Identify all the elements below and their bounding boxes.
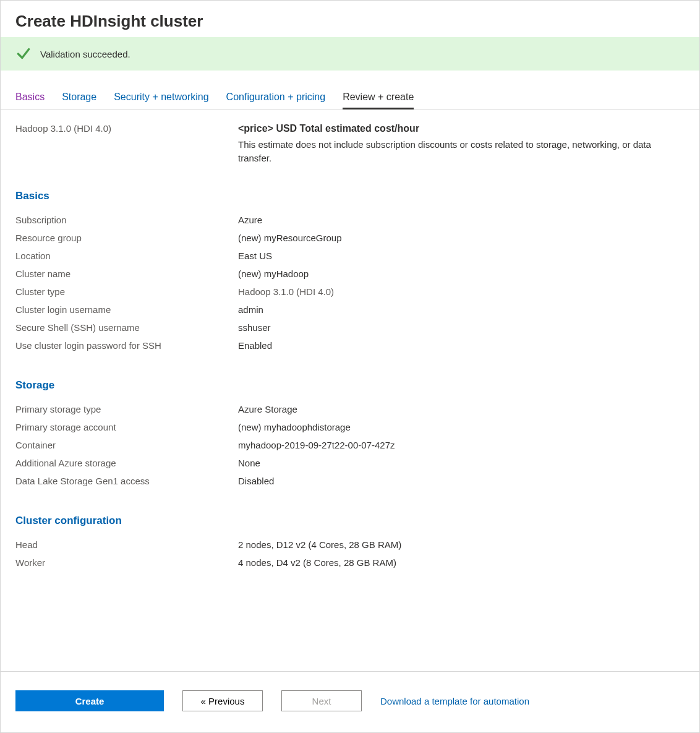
tab-security-networking[interactable]: Security + networking [114,92,208,109]
summary-version: Hadoop 3.1.0 (HDI 4.0) [15,123,238,165]
value-datalake-gen1: Disabled [238,476,274,486]
section-storage: Storage Primary storage typeAzure Storag… [1,379,699,490]
tab-bar: Basics Storage Security + networking Con… [1,92,699,109]
label-primary-storage-type: Primary storage type [15,404,238,414]
row-ssh-username: Secure Shell (SSH) usernamesshuser [15,319,685,336]
label-primary-storage-account: Primary storage account [15,422,238,432]
value-container: myhadoop-2019-09-27t22-00-07-427z [238,440,395,450]
section-title-basics: Basics [15,190,685,202]
value-ssh-login-password: Enabled [238,340,272,351]
row-datalake-gen1: Data Lake Storage Gen1 accessDisabled [15,472,685,490]
value-ssh-username: sshuser [238,322,271,333]
value-primary-storage-account: (new) myhadoophdistorage [238,422,351,432]
label-datalake-gen1: Data Lake Storage Gen1 access [15,476,238,486]
row-container: Containermyhadoop-2019-09-27t22-00-07-42… [15,436,685,454]
price-description: This estimate does not include subscript… [238,138,685,165]
label-resource-group: Resource group [15,233,238,243]
section-cluster-config: Cluster configuration Head2 nodes, D12 v… [1,515,699,572]
value-additional-storage: None [238,458,260,468]
summary-row: Hadoop 3.1.0 (HDI 4.0) <price> USD Total… [1,109,699,165]
value-primary-storage-type: Azure Storage [238,404,297,414]
row-resource-group: Resource group(new) myResourceGroup [15,229,685,247]
download-template-link[interactable]: Download a template for automation [380,696,529,706]
row-login-username: Cluster login usernameadmin [15,301,685,319]
tab-storage[interactable]: Storage [62,92,96,109]
footer-bar: Create « Previous Next Download a templa… [1,671,699,732]
tab-basics[interactable]: Basics [15,92,45,109]
tab-review-create[interactable]: Review + create [343,92,414,109]
label-container: Container [15,440,238,450]
value-worker: 4 nodes, D4 v2 (8 Cores, 28 GB RAM) [238,557,396,568]
label-location: Location [15,251,238,261]
row-additional-storage: Additional Azure storageNone [15,454,685,472]
tab-configuration-pricing[interactable]: Configuration + pricing [226,92,326,109]
label-ssh-username: Secure Shell (SSH) username [15,322,238,333]
row-primary-storage-account: Primary storage account(new) myhadoophdi… [15,418,685,436]
value-cluster-type: Hadoop 3.1.0 (HDI 4.0) [238,286,334,297]
create-button[interactable]: Create [15,690,164,711]
section-basics: Basics SubscriptionAzure Resource group(… [1,190,699,354]
row-location: LocationEast US [15,247,685,265]
value-location: East US [238,251,272,261]
validation-message: Validation succeeded. [40,49,130,59]
value-subscription: Azure [238,215,262,225]
price-line: <price> USD Total estimated cost/hour [238,123,685,134]
section-title-storage: Storage [15,379,685,392]
row-cluster-type: Cluster typeHadoop 3.1.0 (HDI 4.0) [15,283,685,301]
check-icon [15,46,32,62]
previous-button[interactable]: « Previous [182,690,263,711]
label-cluster-name: Cluster name [15,268,238,279]
label-head: Head [15,539,238,550]
value-head: 2 nodes, D12 v2 (4 Cores, 28 GB RAM) [238,539,401,550]
label-subscription: Subscription [15,215,238,225]
value-login-username: admin [238,304,263,315]
row-worker: Worker4 nodes, D4 v2 (8 Cores, 28 GB RAM… [15,554,685,572]
next-button: Next [281,690,362,711]
validation-banner: Validation succeeded. [1,37,699,71]
label-ssh-login-password: Use cluster login password for SSH [15,340,238,351]
row-cluster-name: Cluster name(new) myHadoop [15,265,685,283]
row-ssh-login-password: Use cluster login password for SSHEnable… [15,336,685,354]
label-worker: Worker [15,557,238,568]
row-subscription: SubscriptionAzure [15,211,685,229]
section-title-cluster: Cluster configuration [15,515,685,527]
label-login-username: Cluster login username [15,304,238,315]
page-title: Create HDInsight cluster [15,12,685,31]
row-primary-storage-type: Primary storage typeAzure Storage [15,400,685,418]
value-resource-group: (new) myResourceGroup [238,233,342,243]
value-cluster-name: (new) myHadoop [238,268,309,279]
label-additional-storage: Additional Azure storage [15,458,238,468]
label-cluster-type: Cluster type [15,286,238,297]
row-head: Head2 nodes, D12 v2 (4 Cores, 28 GB RAM) [15,536,685,554]
